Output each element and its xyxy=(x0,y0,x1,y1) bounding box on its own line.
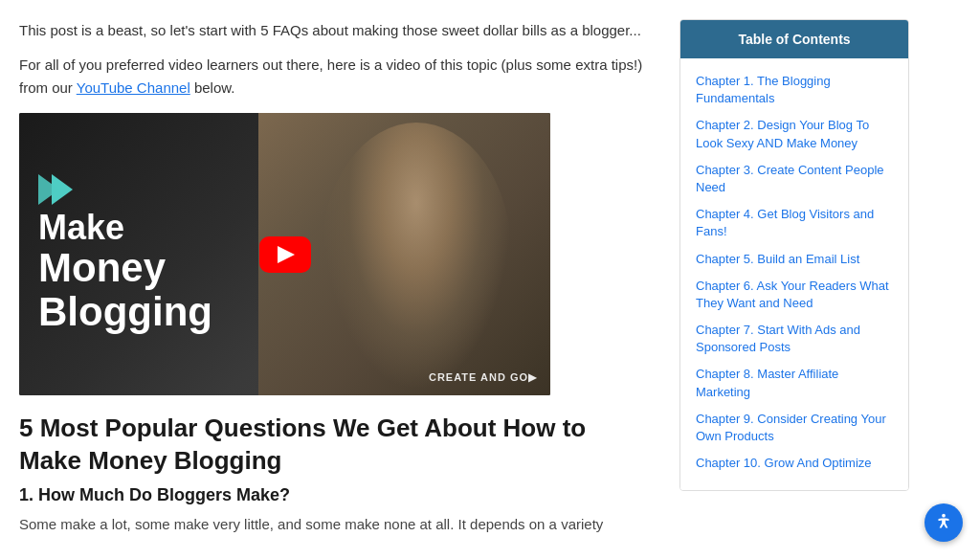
toc-item[interactable]: Chapter 7. Start With Ads and Sponsored … xyxy=(696,317,893,361)
toc-item[interactable]: Chapter 1. The Blogging Fundamentals xyxy=(696,68,893,112)
toc-item[interactable]: Chapter 10. Grow And Optimize xyxy=(696,450,893,477)
play-button[interactable] xyxy=(259,236,311,273)
play-icon xyxy=(278,246,295,263)
toc-item[interactable]: Chapter 2. Design Your Blog To Look Sexy… xyxy=(696,112,893,156)
body-text: Some make a lot, some make very little, … xyxy=(19,513,651,536)
arrow1-icon xyxy=(38,174,59,205)
toc-item[interactable]: Chapter 3. Create Content People Need xyxy=(696,157,893,201)
toc-item[interactable]: Chapter 6. Ask Your Readers What They Wa… xyxy=(696,273,893,317)
video-watermark: CREATE AND GO▶ xyxy=(429,371,537,384)
video-line1: Make xyxy=(38,209,212,247)
svg-point-0 xyxy=(942,514,946,518)
video-text-overlay: Make Money Blogging xyxy=(38,174,212,335)
toc-box: Table of Contents Chapter 1. The Bloggin… xyxy=(679,19,909,491)
toc-list: Chapter 1. The Blogging FundamentalsChap… xyxy=(680,58,908,490)
toc-header: Table of Contents xyxy=(680,20,908,58)
sub-heading: 1. How Much Do Bloggers Make? xyxy=(19,485,651,505)
intro-text-after-link: below. xyxy=(190,79,235,96)
youtube-channel-link[interactable]: YouTube Channel xyxy=(77,79,190,96)
accessibility-icon xyxy=(933,512,954,533)
video-main-text: Make Money Blogging xyxy=(38,209,212,335)
accessibility-button[interactable] xyxy=(924,503,963,542)
toc-item[interactable]: Chapter 8. Master Affiliate Marketing xyxy=(696,361,893,405)
toc-item[interactable]: Chapter 5. Build an Email List xyxy=(696,246,893,273)
video-arrows xyxy=(38,174,212,205)
video-thumbnail[interactable]: Make Money Blogging CREATE AND GO▶ xyxy=(19,113,550,395)
page-wrapper: This post is a beast, so let's start wit… xyxy=(0,0,980,559)
section-heading: 5 Most Popular Questions We Get About Ho… xyxy=(19,413,651,478)
main-content: This post is a beast, so let's start wit… xyxy=(19,19,651,540)
intro-paragraph-2: For all of you preferred video learners … xyxy=(19,54,651,100)
intro-paragraph-1: This post is a beast, so let's start wit… xyxy=(19,19,651,42)
video-line2: Money xyxy=(38,246,212,290)
video-person-overlay xyxy=(321,123,512,391)
toc-item[interactable]: Chapter 4. Get Blog Visitors and Fans! xyxy=(696,201,893,245)
video-line3: Blogging xyxy=(38,290,212,334)
sidebar: Table of Contents Chapter 1. The Bloggin… xyxy=(679,19,909,540)
toc-item[interactable]: Chapter 9. Consider Creating Your Own Pr… xyxy=(696,406,893,450)
